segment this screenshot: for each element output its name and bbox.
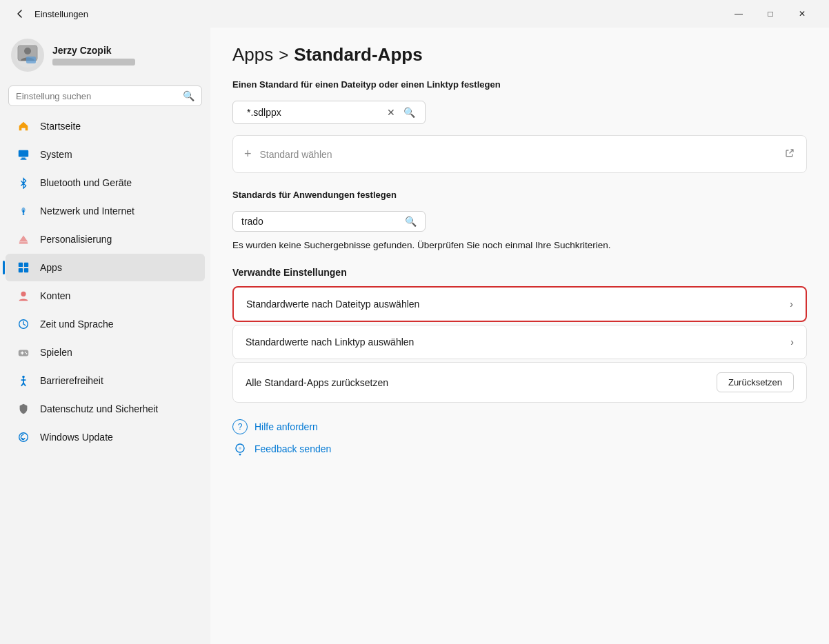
svg-point-12 xyxy=(21,292,26,296)
sidebar-item-label-datenschutz: Datenschutz und Sicherheit xyxy=(40,403,158,414)
avatar xyxy=(11,39,44,72)
svg-rect-9 xyxy=(24,263,28,267)
file-type-input[interactable] xyxy=(247,107,380,118)
feedback-link[interactable]: Feedback senden xyxy=(232,441,807,456)
close-button[interactable]: ✕ xyxy=(786,3,818,25)
standard-choose-row[interactable]: + Standard wählen xyxy=(232,135,807,173)
privacy-icon xyxy=(17,402,30,416)
home-icon xyxy=(17,119,30,133)
sidebar-nav: Startseite System Bluetooth und Geräte xyxy=(0,112,210,452)
related-settings-title: Verwandte Einstellungen xyxy=(232,267,807,278)
sidebar-item-startseite[interactable]: Startseite xyxy=(6,112,205,140)
update-icon xyxy=(17,430,30,444)
sidebar-item-label-barrierefreiheit: Barrierefreiheit xyxy=(40,375,103,386)
sidebar-item-apps[interactable]: Apps xyxy=(6,254,205,281)
sidebar-item-spielen[interactable]: Spielen xyxy=(6,339,205,366)
svg-point-18 xyxy=(19,433,28,442)
sidebar-item-label-personalisierung: Personalisierung xyxy=(40,234,112,245)
sidebar-item-update[interactable]: Windows Update xyxy=(6,423,205,451)
section2-label: Standards für Anwendungen festlegen xyxy=(232,190,807,200)
title-bar-left: Einstellungen xyxy=(11,6,88,21)
sidebar-item-label-netzwerk: Netzwerk und Internet xyxy=(40,205,134,217)
feedback-link-label: Feedback senden xyxy=(254,443,331,454)
sidebar-item-datenschutz[interactable]: Datenschutz und Sicherheit xyxy=(6,395,205,423)
svg-point-15 xyxy=(25,352,26,353)
user-section: Jerzy Czopik xyxy=(0,30,210,83)
title-bar: Einstellungen — □ ✕ xyxy=(0,0,829,28)
help-link-label: Hilfe anfordern xyxy=(254,421,318,432)
reset-button[interactable]: Zurücksetzen xyxy=(717,372,794,392)
sidebar-item-label-apps: Apps xyxy=(40,262,62,273)
related-item-filetype-row[interactable]: Standardwerte nach Dateityp auswählen › xyxy=(234,288,806,321)
sidebar-item-barrierefreiheit[interactable]: Barrierefreiheit xyxy=(6,367,205,394)
reset-label: Alle Standard-Apps zurücksetzen xyxy=(246,377,388,388)
help-section: ? Hilfe anfordern Feedback senden xyxy=(232,419,807,456)
standard-choose-left: + Standard wählen xyxy=(244,147,332,161)
breadcrumb-current: Standard-Apps xyxy=(294,44,422,66)
sidebar: Jerzy Czopik 🔍 Startseite Sys xyxy=(0,28,210,644)
time-icon xyxy=(17,317,30,331)
sidebar-item-konten[interactable]: Konten xyxy=(6,282,205,310)
sidebar-item-netzwerk[interactable]: Netzwerk und Internet xyxy=(6,197,205,225)
svg-rect-8 xyxy=(19,263,23,267)
svg-point-16 xyxy=(26,353,28,354)
help-icon: ? xyxy=(232,419,248,434)
maximize-button[interactable]: □ xyxy=(755,3,786,25)
sidebar-item-label-spielen: Spielen xyxy=(40,347,72,358)
sidebar-item-zeit[interactable]: Zeit und Sprache xyxy=(6,310,205,338)
svg-rect-4 xyxy=(19,150,28,157)
breadcrumb-parent: Apps xyxy=(232,44,273,66)
sidebar-item-label-update: Windows Update xyxy=(40,432,113,443)
related-item-linktype-label: Standardwerte nach Linktyp auswählen xyxy=(246,336,414,348)
user-name: Jerzy Czopik xyxy=(52,45,135,56)
app-search-input[interactable] xyxy=(241,216,399,227)
feedback-icon xyxy=(232,441,248,456)
apps-icon xyxy=(17,261,30,274)
breadcrumb-separator: > xyxy=(279,46,288,65)
related-item-filetype[interactable]: Standardwerte nach Dateityp auswählen › xyxy=(232,286,807,322)
svg-rect-3 xyxy=(26,57,36,63)
help-link[interactable]: ? Hilfe anfordern xyxy=(232,419,807,434)
bluetooth-icon xyxy=(17,176,30,190)
sidebar-item-label-konten: Konten xyxy=(40,290,70,301)
back-icon xyxy=(15,9,25,19)
sidebar-item-label-system: System xyxy=(40,149,72,160)
svg-rect-5 xyxy=(21,158,25,159)
chevron-right-icon-1: › xyxy=(790,299,793,310)
accounts-icon xyxy=(17,289,30,303)
svg-point-17 xyxy=(22,376,25,379)
file-clear-button[interactable]: ✕ xyxy=(386,105,397,119)
app-container: Jerzy Czopik 🔍 Startseite Sys xyxy=(0,28,829,644)
file-type-search[interactable]: ✕ 🔍 xyxy=(232,101,426,124)
reset-row: Alle Standard-Apps zurücksetzen Zurückse… xyxy=(232,362,807,403)
related-item-linktype[interactable]: Standardwerte nach Linktyp auswählen › xyxy=(232,325,807,359)
sidebar-item-label-startseite: Startseite xyxy=(40,121,81,132)
minimize-button[interactable]: — xyxy=(723,3,755,25)
back-button[interactable] xyxy=(11,6,29,21)
svg-rect-11 xyxy=(24,268,28,272)
sidebar-item-label-zeit: Zeit und Sprache xyxy=(40,319,114,330)
file-search-button[interactable]: 🔍 xyxy=(402,105,417,119)
personalization-icon xyxy=(17,232,30,246)
system-icon xyxy=(17,148,30,161)
add-standard-icon: + xyxy=(244,147,252,161)
network-icon xyxy=(17,204,30,218)
breadcrumb: Apps > Standard-Apps xyxy=(232,44,807,66)
sidebar-item-label-bluetooth: Bluetooth und Geräte xyxy=(40,177,132,188)
related-item-linktype-row[interactable]: Standardwerte nach Linktyp auswählen › xyxy=(233,325,806,359)
external-link-icon xyxy=(784,148,795,161)
app-search[interactable]: 🔍 xyxy=(232,211,426,232)
app-search-icon: 🔍 xyxy=(405,216,417,227)
sidebar-item-bluetooth[interactable]: Bluetooth und Geräte xyxy=(6,169,205,197)
section1-label: Einen Standard für einen Dateityp oder e… xyxy=(232,79,807,90)
accessibility-icon xyxy=(17,374,30,388)
sidebar-search[interactable]: 🔍 xyxy=(8,85,202,106)
reset-row-content: Alle Standard-Apps zurücksetzen Zurückse… xyxy=(233,363,806,402)
search-icon: 🔍 xyxy=(183,90,194,101)
sidebar-item-personalisierung[interactable]: Personalisierung xyxy=(6,225,205,253)
sidebar-item-system[interactable]: System xyxy=(6,141,205,168)
user-subtitle-bar xyxy=(52,59,135,66)
chevron-right-icon-2: › xyxy=(790,336,794,348)
svg-point-7 xyxy=(23,213,25,215)
search-input[interactable] xyxy=(16,91,177,101)
